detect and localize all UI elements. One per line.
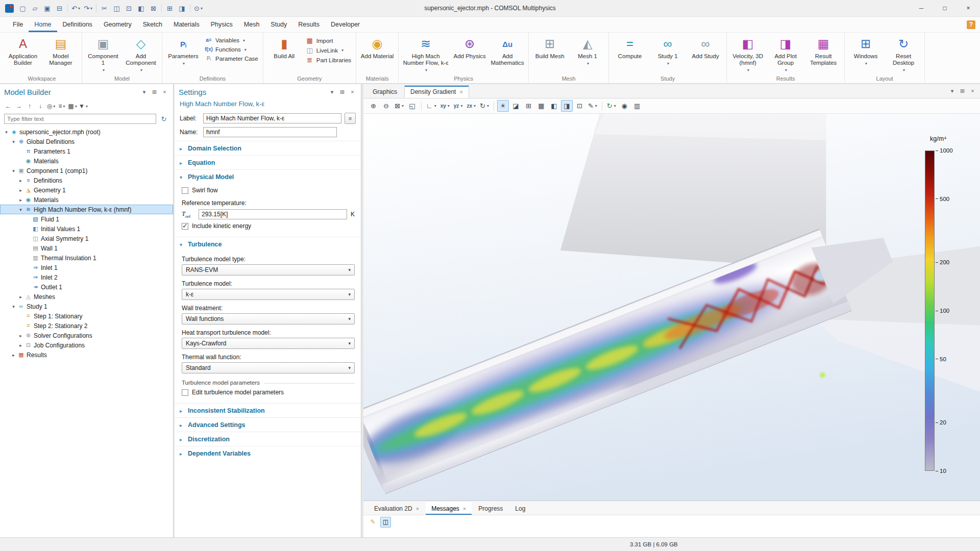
tree-item-step-2-stationary-2[interactable]: =Step 2: Stationary 2: [0, 321, 173, 331]
tree-item-parameters-1[interactable]: πParameters 1: [0, 146, 173, 156]
tree-item-inlet-2[interactable]: ⇒Inlet 2: [0, 272, 173, 282]
tree-item-study-1[interactable]: ▾∞Study 1: [0, 302, 173, 311]
ribbon-part-libraries-button[interactable]: ≣Part Libraries: [304, 56, 353, 64]
transparency-button[interactable]: ◪: [510, 100, 522, 112]
menu-study[interactable]: Study: [265, 17, 292, 32]
zoom-out-button[interactable]: ⊖: [380, 100, 392, 112]
save-button[interactable]: ▣: [41, 3, 53, 14]
close-button[interactable]: ×: [957, 0, 980, 16]
rotate-view-button[interactable]: ↻▾: [478, 100, 491, 112]
tree-item-high-mach-number-flow-k-hmnf[interactable]: ▾≋High Mach Number Flow, k-ε (hmnf): [0, 205, 173, 214]
menu-home[interactable]: Home: [29, 17, 57, 32]
tree-expander-icon[interactable]: ▸: [17, 343, 24, 348]
tab-density-gradient[interactable]: Density Gradient×: [404, 85, 469, 98]
ribbon-add-plot-group-button[interactable]: ◨Add Plot Group▾: [767, 34, 804, 73]
section-header-domain-selection[interactable]: ▸Domain Selection: [175, 141, 361, 155]
search-button[interactable]: ⊙▾: [192, 3, 204, 14]
menu-file[interactable]: File: [7, 17, 29, 32]
snapshot-button[interactable]: ◉: [619, 100, 630, 112]
tree-item-meshes[interactable]: ▸◬Meshes: [0, 292, 173, 302]
menu-developer[interactable]: Developer: [325, 17, 365, 32]
tree-item-axial-symmetry-1[interactable]: ◫Axial Symmetry 1: [0, 234, 173, 243]
ribbon-add-mathematics-button[interactable]: ΔuAdd Mathematics: [489, 34, 526, 71]
tree-item-results[interactable]: ▸▦Results: [0, 350, 173, 360]
minimize-button[interactable]: ─: [910, 0, 933, 16]
tree-item-solver-configurations[interactable]: ▸⊛Solver Configurations: [0, 331, 173, 340]
tree-expander-icon[interactable]: ▾: [10, 168, 17, 173]
new-file-button[interactable]: ▢: [17, 3, 29, 14]
section-header-advanced-settings[interactable]: ▸Advanced Settings: [175, 417, 361, 432]
window-split-button[interactable]: ◨: [176, 3, 188, 14]
open-file-button[interactable]: ▱: [29, 3, 41, 14]
wall-treatment-select[interactable]: Wall functions▾: [182, 313, 355, 324]
show-button[interactable]: ◎▾: [46, 101, 56, 111]
ribbon-high-mach-number-flow-k-button[interactable]: ≋High Mach Number Flow, k-ε▾: [401, 34, 450, 73]
cut-button[interactable]: ✂: [99, 3, 110, 14]
ribbon-component-1-button[interactable]: ▣Component 1▾: [85, 34, 121, 73]
panel-float-button[interactable]: ⊞: [958, 87, 967, 95]
ribbon-compute-button[interactable]: =Compute: [611, 34, 648, 71]
ribbon-import-button[interactable]: ▦Import: [304, 37, 353, 44]
tree-item-job-configurations[interactable]: ▸⊡Job Configurations: [0, 340, 173, 350]
menu-sketch[interactable]: Sketch: [137, 17, 168, 32]
tree-item-materials[interactable]: ◉Materials: [0, 156, 173, 166]
panel-menu-button[interactable]: ▾: [948, 87, 957, 95]
tree-item-definitions[interactable]: ▸≡Definitions: [0, 176, 173, 185]
density-gradient-visualization[interactable]: [363, 114, 980, 500]
menu-materials[interactable]: Materials: [168, 17, 205, 32]
zoom-box-button[interactable]: ◱: [406, 100, 418, 112]
menu-geometry[interactable]: Geometry: [98, 17, 137, 32]
turbulence-model-type-select[interactable]: RANS-EVM▾: [182, 264, 355, 276]
update-plot-button[interactable]: ↻▾: [605, 100, 618, 112]
tree-item-initial-values-1[interactable]: ◧Initial Values 1: [0, 224, 173, 234]
tree-item-inlet-1[interactable]: ⇒Inlet 1: [0, 263, 173, 272]
redo-button[interactable]: ↷▾: [82, 3, 94, 14]
maximize-button[interactable]: □: [933, 0, 957, 16]
copy-text-button[interactable]: ◫: [380, 517, 391, 528]
tab-log[interactable]: Log: [509, 502, 531, 515]
tree-item-materials[interactable]: ▸◉Materials: [0, 195, 173, 205]
window-grid-button[interactable]: ⊞: [164, 3, 176, 14]
heat-transport-turbulence-model-select[interactable]: Kays-Crawford▾: [182, 338, 355, 349]
show-grid-button[interactable]: ◧: [548, 100, 560, 112]
tree-expander-icon[interactable]: ▸: [17, 197, 24, 203]
tree-item-fluid-1[interactable]: ▧Fluid 1: [0, 214, 173, 224]
filter-input[interactable]: [4, 114, 156, 124]
help-button[interactable]: ?: [967, 20, 975, 29]
tree-expander-icon[interactable]: ▸: [17, 333, 24, 338]
section-header-physical-model[interactable]: ▾Physical Model: [175, 169, 361, 184]
ribbon-windows-button[interactable]: ⊞Windows▾: [847, 34, 884, 71]
tree-item-component-1-comp1[interactable]: ▾▣Component 1 (comp1): [0, 166, 173, 176]
tree-item-global-definitions[interactable]: ▾⊕Global Definitions: [0, 137, 173, 146]
section-header-inconsistent-stabilization[interactable]: ▸Inconsistent Stabilization: [175, 403, 361, 417]
tree-expander-icon[interactable]: ▸: [10, 353, 17, 358]
tree-item-geometry-1[interactable]: ▸◮Geometry 1: [0, 185, 173, 195]
scene-light-button[interactable]: ☀: [497, 100, 509, 112]
menu-results[interactable]: Results: [292, 17, 325, 32]
panel-close-button[interactable]: ×: [968, 87, 977, 95]
section-header-discretization[interactable]: ▸Discretization: [175, 432, 361, 446]
edit-turbulence-model-parameters-checkbox[interactable]: [182, 389, 188, 396]
tree-item-wall-1[interactable]: ▤Wall 1: [0, 243, 173, 253]
label-input[interactable]: [203, 113, 341, 123]
duplicate-button[interactable]: ◧: [135, 3, 147, 14]
menu-definitions[interactable]: Definitions: [57, 17, 98, 32]
tab-evaluation-2d[interactable]: Evaluation 2D×: [369, 502, 425, 515]
section-header-equation[interactable]: ▸Equation: [175, 155, 361, 169]
ribbon-reset-desktop-button[interactable]: ↻Reset Desktop▾: [885, 34, 922, 73]
ribbon-add-study-button[interactable]: ∞Add Study: [687, 34, 724, 71]
print-button[interactable]: ▥: [631, 100, 643, 112]
ribbon-build-mesh-button[interactable]: ⊞Build Mesh: [531, 34, 568, 71]
undo-button[interactable]: ↶▾: [70, 3, 82, 14]
save-as-button[interactable]: ⊟: [54, 3, 65, 14]
menu-physics[interactable]: Physics: [205, 17, 238, 32]
delete-button[interactable]: ⊠: [148, 3, 159, 14]
ribbon-add-component-button[interactable]: ◇Add Component▾: [122, 34, 159, 73]
wireframe-button[interactable]: ⊞: [523, 100, 534, 112]
zoom-extents-button[interactable]: ⊠▾: [393, 100, 405, 112]
forward-button[interactable]: →: [14, 101, 24, 111]
tree-expander-icon[interactable]: ▸: [17, 294, 24, 299]
move-down-button[interactable]: ↓: [35, 101, 45, 111]
close-tab-icon[interactable]: ×: [416, 506, 419, 512]
panel-close-button[interactable]: ×: [160, 88, 169, 96]
